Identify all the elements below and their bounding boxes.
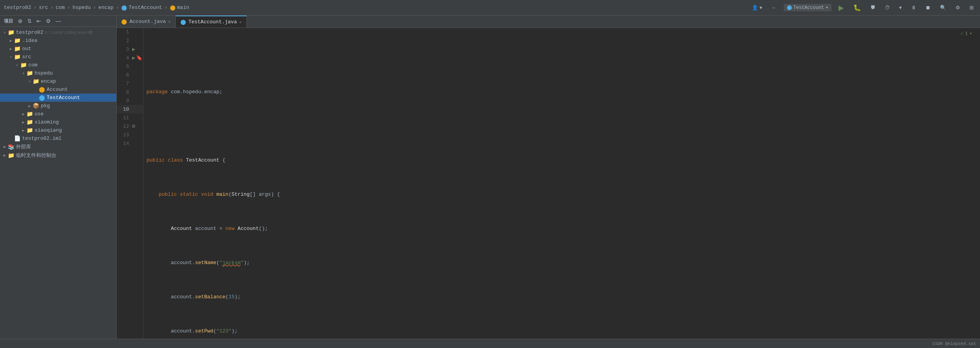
fold-icon-12[interactable]: ⊟	[132, 123, 143, 129]
breadcrumb-TestAccount[interactable]: TestAccount	[129, 5, 162, 10]
expand-button[interactable]: ⊞	[967, 4, 976, 11]
tree-item-pkg[interactable]: ▶ 📦 pkg	[0, 102, 116, 110]
profile-run-button[interactable]: ⏱	[882, 4, 892, 11]
run-icon-3[interactable]: ▶	[132, 46, 143, 52]
file-tree: ▾ 📁 testpro02 D:\Java\ideajava\绕 ▶ 📁 .id…	[0, 27, 116, 339]
bookmark-icon-4: 🔖	[136, 55, 142, 61]
more-run-button[interactable]: ▾	[897, 4, 904, 11]
tree-item-idea[interactable]: ▶ 📁 .idea	[0, 37, 116, 45]
breadcrumb: testpro02 › src › com › hspedu › encap ›…	[4, 5, 189, 11]
pause-button[interactable]: ⏸	[909, 4, 919, 11]
tab-icon-TestAccount: ⬤	[180, 19, 186, 25]
search-button[interactable]: 🔍	[938, 4, 949, 11]
tree-arrow-pkg: ▶	[26, 104, 33, 108]
folder-icon-temp: 📁	[8, 152, 14, 159]
folder-icon-xiaoming: 📁	[26, 119, 33, 125]
sidebar-collapse-button[interactable]: ⇤	[35, 17, 43, 25]
paren-6b: );	[244, 259, 250, 267]
tree-label-Account: Account	[47, 87, 68, 92]
gutter-icons-4: ▶ 🔖	[132, 55, 143, 61]
run-icon-4[interactable]: ▶	[132, 55, 135, 61]
java-icon-TestAccount: ⬤	[39, 94, 45, 101]
breadcrumb-testpro02[interactable]: testpro02	[4, 5, 31, 10]
folder-icon-encap: 📁	[33, 78, 39, 85]
breadcrumb-hspedu[interactable]: hspedu	[72, 5, 91, 10]
sidebar-close-button[interactable]: —	[54, 17, 63, 25]
tree-arrow-xiaoming: ▶	[20, 120, 26, 125]
paren-7b: );	[234, 293, 241, 301]
gutter-row-12: 12 ⊟	[117, 122, 143, 130]
tree-arrow-use: ▶	[20, 112, 26, 117]
line-num-4: 4	[117, 55, 132, 61]
type-Account: Account	[171, 224, 195, 233]
iml-icon: 📄	[14, 135, 21, 142]
tree-item-hspedu[interactable]: ▾ 📁 hspedu	[0, 69, 116, 77]
code-line-6: account.setName("jacksm");	[147, 259, 980, 267]
tree-label-com: com	[28, 62, 37, 68]
sidebar-settings-button[interactable]: ⚙	[44, 17, 52, 25]
tab-close-Account[interactable]: ✕	[168, 19, 171, 24]
tree-item-iml[interactable]: 📄 testpro02.iml	[0, 134, 116, 143]
tree-item-testpro02[interactable]: ▾ 📁 testpro02 D:\Java\ideajava\绕	[0, 28, 116, 37]
tabs-bar: ⬤ Account.java ✕ ⬤ TestAccount.java ✕	[117, 16, 980, 28]
settings-button[interactable]: ⚙	[953, 4, 963, 11]
tree-item-xiaoqiang[interactable]: ▶ 📁 xiaoqiang	[0, 126, 116, 134]
indent-4	[147, 190, 159, 199]
tree-label-encap: encap	[41, 78, 56, 84]
line-num-13: 13	[117, 132, 132, 138]
editor-area: ⬤ Account.java ✕ ⬤ TestAccount.java ✕ 1	[117, 16, 980, 339]
tree-item-xiaoming[interactable]: ▶ 📁 xiaoming	[0, 118, 116, 126]
tree-item-use[interactable]: ▶ 📁 use	[0, 110, 116, 118]
tree-item-temp[interactable]: ▶ 📁 临时文件和控制台	[0, 151, 116, 160]
tree-label-xiaoqiang: xiaoqiang	[35, 127, 62, 133]
tree-arrow-com: ▾	[14, 63, 20, 68]
tree-arrow-idea: ▶	[8, 38, 14, 43]
back-button[interactable]: ←	[769, 4, 779, 11]
folder-icon-testpro02: 📁	[8, 29, 14, 36]
stop-button[interactable]: ⏹	[923, 4, 933, 11]
paren-open-4: (	[229, 190, 232, 199]
tree-item-src[interactable]: ▾ 📁 src	[0, 53, 116, 61]
paren-8a: (	[213, 327, 217, 336]
brace-open-3: {	[222, 156, 225, 165]
gutter-row-2: 2	[117, 37, 143, 45]
checkmark-chevron[interactable]: ▾	[970, 30, 972, 38]
line-num-12: 12	[117, 124, 132, 129]
breadcrumb-sep4: ›	[93, 5, 96, 10]
gutter-row-11: 11	[117, 113, 143, 122]
tree-arrow-xiaoqiang: ▶	[20, 128, 26, 133]
breadcrumb-encap[interactable]: encap	[98, 5, 114, 10]
gutter-row-9: 9	[117, 96, 143, 105]
tree-label-external: 外部库	[16, 143, 31, 150]
breadcrumb-sep3: ›	[67, 5, 70, 10]
tree-item-out[interactable]: ▶ 📁 out	[0, 45, 116, 53]
gutter-row-7: 7	[117, 79, 143, 88]
breadcrumb-sep5: ›	[116, 5, 119, 10]
code-container[interactable]: 1 2 3 ▶ 4 ▶ 🔖	[117, 28, 980, 339]
breadcrumb-main[interactable]: main	[177, 5, 189, 10]
tree-item-Account[interactable]: ⬤ Account	[0, 85, 116, 94]
sidebar-add-button[interactable]: ⊕	[16, 17, 24, 25]
tree-item-encap[interactable]: ▾ 📁 encap	[0, 77, 116, 85]
tab-TestAccount[interactable]: ⬤ TestAccount.java ✕	[176, 16, 247, 28]
run-config-dropdown-icon[interactable]: ▾	[826, 5, 828, 10]
run-config-label: TestAccount	[793, 5, 824, 10]
line-num-2: 2	[117, 38, 132, 44]
code-editor[interactable]: ✓ 1 ▾ package com.hspedu.encap; public c…	[143, 28, 980, 339]
tree-item-TestAccount[interactable]: ⬤ TestAccount	[0, 94, 116, 102]
sidebar-scroll-button[interactable]: ⇅	[26, 17, 33, 25]
tree-item-com[interactable]: ▾ 📁 com	[0, 61, 116, 69]
run-button[interactable]: ▶	[836, 3, 846, 13]
tree-item-external[interactable]: ▶ 📚 外部库	[0, 143, 116, 151]
bottom-bar-text: CSDN @elapsed.sat	[933, 341, 976, 346]
kw-public-4: public	[159, 190, 180, 199]
debug-button[interactable]: 🐛	[851, 3, 863, 12]
breadcrumb-com[interactable]: com	[56, 5, 65, 10]
tree-arrow-encap: ▾	[26, 79, 33, 84]
coverage-button[interactable]: ⛊	[868, 4, 878, 11]
profile-button[interactable]: 👤 ▾	[749, 4, 765, 11]
folder-icon-hspedu: 📁	[26, 70, 33, 77]
tab-Account[interactable]: ⬤ Account.java ✕	[117, 16, 176, 28]
tab-close-TestAccount[interactable]: ✕	[239, 20, 241, 24]
breadcrumb-src[interactable]: src	[39, 5, 48, 10]
